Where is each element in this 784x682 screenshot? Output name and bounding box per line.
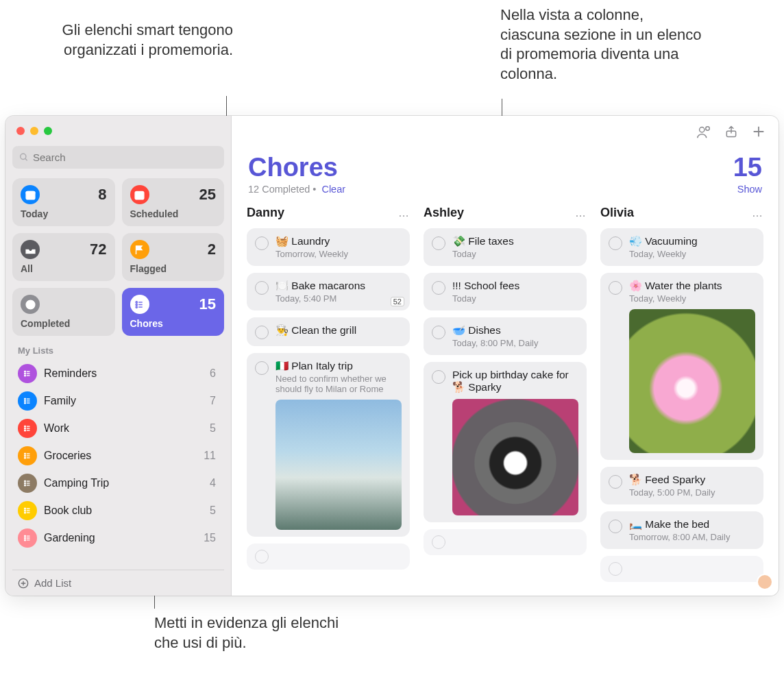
smart-card-completed[interactable]: Completed [12, 288, 115, 336]
reminder-card[interactable]: !!! School feesToday [424, 273, 587, 310]
columns: Danny…🧺 LaundryTomorrow, Weekly🍽️ Bake m… [232, 202, 779, 596]
list-label: Family [44, 395, 210, 407]
svg-point-14 [25, 371, 26, 372]
clear-completed[interactable]: Clear [321, 184, 345, 195]
reminder-card[interactable]: 🥣 DishesToday, 8:00 PM, Daily [424, 317, 587, 355]
list-color-dot [18, 474, 37, 493]
add-list-button[interactable]: Add List [12, 570, 224, 596]
reminder-subtitle: Tomorrow, Weekly [275, 249, 402, 259]
complete-toggle[interactable] [432, 326, 445, 339]
list-label: Book club [44, 504, 210, 517]
search-field[interactable] [12, 146, 224, 169]
column-header: Danny… [247, 206, 410, 220]
complete-toggle[interactable] [255, 361, 269, 375]
smart-card-all[interactable]: 72All [12, 233, 115, 281]
fullscreen-window[interactable] [44, 127, 52, 135]
smart-count: 2 [208, 241, 216, 258]
list-color-dot [18, 528, 37, 548]
column-more-icon[interactable]: … [575, 207, 587, 219]
show-completed[interactable]: Show [737, 184, 762, 195]
smart-card-chores[interactable]: 15Chores [122, 288, 225, 336]
list-row-reminders[interactable]: Reminders6 [12, 360, 224, 387]
reminder-subtitle: Today, 5:00 PM, Daily [629, 487, 755, 498]
smart-card-flagged[interactable]: 2Flagged [122, 233, 225, 281]
complete-toggle[interactable] [432, 236, 445, 250]
column-header: Ashley… [424, 206, 587, 220]
reminder-card[interactable]: 🐕 Feed SparkyToday, 5:00 PM, Daily [600, 467, 763, 504]
reminder-title: 🐕 Feed Sparky [629, 474, 755, 486]
smart-icon-calendar-lines-icon [130, 185, 149, 204]
complete-toggle[interactable] [609, 475, 622, 489]
column-more-icon[interactable]: … [752, 207, 763, 219]
list-row-groceries[interactable]: Groceries11 [12, 442, 224, 470]
completed-row: 12 Completed • Clear Show [232, 182, 779, 202]
list-count: 15 [204, 532, 216, 544]
list-row-work[interactable]: Work5 [12, 415, 224, 442]
smart-icon-check-icon [21, 295, 40, 314]
add-reminder-icon[interactable] [751, 124, 766, 139]
smart-name: Completed [21, 318, 107, 329]
main-content: Chores 15 12 Completed • Clear Show Dann… [232, 116, 779, 596]
add-reminder-placeholder[interactable] [247, 544, 410, 570]
collaborate-icon[interactable] [696, 124, 711, 139]
complete-toggle[interactable] [255, 326, 269, 339]
list-count: 7 [210, 395, 216, 407]
column-header: Olivia… [600, 206, 763, 220]
smart-icon-calendar-icon [21, 185, 40, 204]
smart-name: Chores [130, 318, 217, 329]
smart-count: 15 [199, 295, 216, 313]
completed-count: 12 Completed [248, 184, 310, 195]
search-input[interactable] [33, 151, 217, 163]
complete-toggle[interactable] [432, 281, 445, 295]
reminder-card[interactable]: 💨 VacuumingToday, Weekly [600, 228, 763, 266]
reminder-card[interactable]: 💸 File taxesToday [424, 228, 587, 266]
window-controls [12, 123, 224, 143]
reminders-window: 8Today25Scheduled72All2FlaggedCompleted1… [5, 116, 779, 596]
close-window[interactable] [16, 127, 25, 135]
smart-lists-grid: 8Today25Scheduled72All2FlaggedCompleted1… [12, 178, 224, 336]
list-row-camping-trip[interactable]: Camping Trip4 [12, 470, 224, 497]
avatar [757, 574, 773, 590]
add-reminder-placeholder[interactable] [424, 529, 587, 555]
smart-name: Today [21, 208, 107, 219]
share-icon[interactable] [724, 124, 739, 139]
column-more-icon[interactable]: … [398, 207, 410, 219]
list-row-family[interactable]: Family7 [12, 387, 224, 415]
reminder-image [275, 400, 402, 530]
reminder-card[interactable]: 👨‍🍳 Clean the grill [247, 317, 410, 346]
reminder-card[interactable]: 🧺 LaundryTomorrow, Weekly [247, 228, 410, 266]
reminder-title: 👨‍🍳 Clean the grill [275, 324, 402, 337]
complete-toggle[interactable] [609, 281, 622, 295]
callout-column-view: Nella vista a colonne, ciascuna sezione … [500, 5, 706, 84]
minimize-window[interactable] [30, 127, 38, 135]
reminder-card[interactable]: 🇮🇹 Plan Italy tripNeed to confirm whethe… [247, 353, 410, 537]
complete-toggle[interactable] [255, 281, 269, 295]
reminder-title: 🌸 Water the plants [629, 280, 755, 292]
list-color-dot [18, 391, 37, 411]
reminder-card[interactable]: 🛏️ Make the bedTomorrow, 8:00 AM, Daily [600, 511, 763, 549]
add-reminder-placeholder[interactable] [600, 556, 763, 582]
reminder-card[interactable]: 🌸 Water the plantsToday, Weekly [600, 273, 763, 460]
reminder-subtitle: Today, Weekly [629, 293, 755, 304]
smart-card-today[interactable]: 8Today [12, 178, 115, 226]
reminder-subtitle: Today, 5:40 PM [275, 293, 402, 304]
search-icon [19, 152, 29, 162]
complete-toggle[interactable] [432, 370, 445, 384]
complete-toggle[interactable] [609, 236, 622, 250]
title-row: Chores 15 [232, 147, 779, 182]
smart-card-scheduled[interactable]: 25Scheduled [122, 178, 225, 226]
complete-toggle[interactable] [255, 236, 269, 250]
reminder-subtitle: Tomorrow, 8:00 AM, Daily [629, 532, 755, 542]
svg-point-44 [25, 508, 26, 509]
svg-point-52 [25, 539, 26, 541]
list-count: 4 [210, 477, 216, 489]
reminder-title: !!! School fees [452, 280, 578, 292]
svg-rect-2 [26, 191, 35, 199]
reminder-card[interactable]: Pick up birthday cake for 🐕 Sparky [424, 362, 587, 522]
complete-toggle[interactable] [609, 520, 622, 533]
reminder-card[interactable]: 🍽️ Bake macaronsToday, 5:40 PM52 [247, 273, 410, 310]
svg-point-46 [25, 512, 26, 513]
svg-point-9 [136, 304, 137, 305]
list-row-gardening[interactable]: Gardening15 [12, 524, 224, 552]
list-row-book-club[interactable]: Book club5 [12, 497, 224, 524]
